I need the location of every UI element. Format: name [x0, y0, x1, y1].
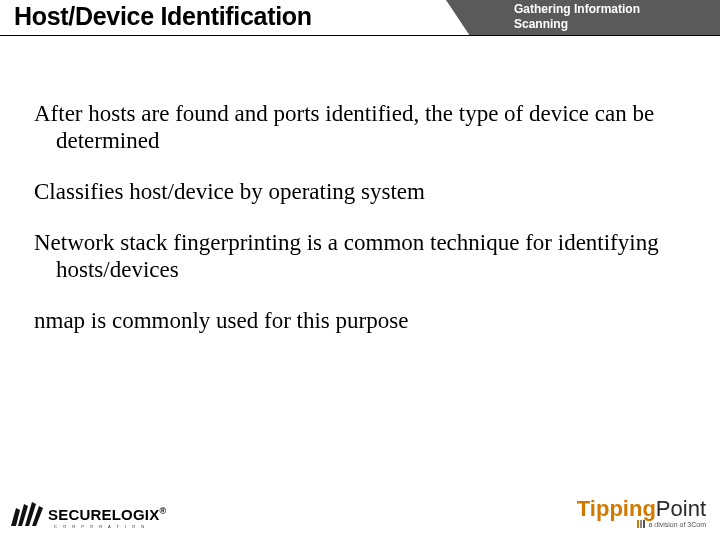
- body-paragraph: Network stack fingerprinting is a common…: [34, 229, 700, 283]
- slide-header: Host/Device Identification Gathering Inf…: [0, 0, 720, 44]
- securelogix-wordmark: SECURELOGIX®: [48, 506, 166, 523]
- tippingpoint-logo: TippingPoint a division of 3Com: [577, 496, 706, 528]
- securelogix-name: SECURELOGIX: [48, 506, 159, 523]
- slide-title: Host/Device Identification: [14, 2, 312, 31]
- registered-mark-icon: ®: [159, 506, 166, 516]
- header-underline: [0, 35, 720, 36]
- breadcrumb-notch: [446, 0, 470, 36]
- tippingpoint-part2: Point: [656, 496, 706, 521]
- slide-body: After hosts are found and ports identifi…: [34, 100, 700, 358]
- breadcrumb-text: Gathering Information Scanning: [514, 2, 714, 32]
- breadcrumb-line1: Gathering Information: [514, 2, 714, 17]
- tippingpoint-bars-icon: [637, 520, 645, 528]
- body-paragraph: Classifies host/device by operating syst…: [34, 178, 700, 205]
- securelogix-mark-icon: [10, 500, 44, 528]
- tippingpoint-wordmark: TippingPoint: [577, 496, 706, 522]
- body-paragraph: nmap is commonly used for this purpose: [34, 307, 700, 334]
- body-paragraph: After hosts are found and ports identifi…: [34, 100, 700, 154]
- slide-footer: SECURELOGIX® C O R P O R A T I O N Tippi…: [0, 486, 720, 534]
- breadcrumb-line2: Scanning: [514, 17, 714, 32]
- tippingpoint-part1: Tipping: [577, 496, 656, 521]
- securelogix-logo: SECURELOGIX® C O R P O R A T I O N: [10, 500, 166, 528]
- securelogix-subtext: C O R P O R A T I O N: [54, 524, 147, 529]
- tippingpoint-subtext-label: a division of 3Com: [648, 521, 706, 528]
